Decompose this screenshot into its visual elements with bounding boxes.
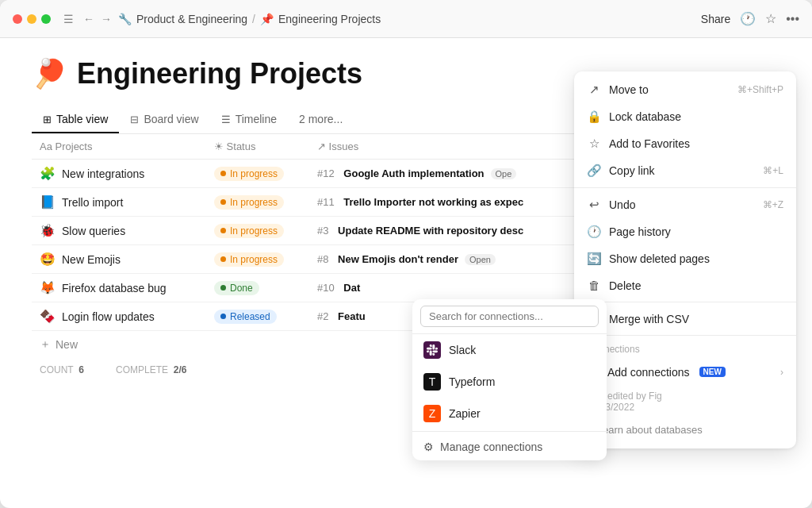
- menu-item-page-history[interactable]: 🕐 Page history: [574, 218, 796, 245]
- project-cell-3: 🤩New Emojis: [32, 245, 206, 274]
- move-to-shortcut: ⌘+Shift+P: [737, 84, 783, 95]
- more-options-icon[interactable]: •••: [786, 12, 799, 26]
- typeform-logo: T: [423, 373, 441, 391]
- issue-title: New Emojis don't render: [338, 253, 458, 265]
- chevron-right-icon: ›: [780, 367, 783, 378]
- slack-connection-item[interactable]: Slack: [412, 334, 607, 366]
- open-badge: Ope: [491, 168, 517, 179]
- copy-link-shortcut: ⌘+L: [763, 165, 783, 176]
- project-emoji: 🐞: [40, 223, 56, 238]
- typeform-connection-item[interactable]: T Typeform: [412, 366, 607, 398]
- project-cell-1: 📘Trello import: [32, 188, 206, 217]
- minimize-button[interactable]: [27, 14, 36, 24]
- project-cell-5: 🍫Login flow updates: [32, 302, 206, 331]
- search-box-wrap: [412, 299, 607, 334]
- fullscreen-button[interactable]: [41, 14, 51, 24]
- trash-icon: 🗑: [587, 279, 601, 292]
- tab-board-view[interactable]: ⊟ Board view: [119, 106, 209, 133]
- table-icon: ⊞: [43, 114, 52, 125]
- breadcrumb-separator: /: [252, 13, 255, 25]
- menu-item-show-deleted-label: Show deleted pages: [609, 252, 710, 265]
- last-edited-date: 08/23/2022: [587, 402, 783, 413]
- tab-board-label: Board view: [144, 113, 198, 125]
- titlebar: ☰ ← → 🔧 Product & Engineering / 📌 Engine…: [0, 0, 812, 38]
- project-name: New Emojis: [62, 253, 121, 266]
- issue-number: #11: [317, 196, 335, 208]
- traffic-lights: [13, 14, 51, 24]
- menu-item-lock-label: Lock database: [609, 110, 681, 123]
- tab-more-label: 2 more...: [299, 113, 343, 125]
- issue-title: Google Auth implementation: [343, 167, 484, 179]
- issue-number: #2: [317, 310, 328, 322]
- menu-item-merge-csv[interactable]: ↓ Merge with CSV: [574, 306, 796, 332]
- manage-connections-button[interactable]: ⚙ Manage connections: [412, 433, 607, 460]
- history-menu-icon: 🕐: [587, 225, 601, 239]
- breadcrumb-parent[interactable]: Product & Engineering: [136, 13, 247, 25]
- star-menu-icon: ☆: [587, 137, 601, 151]
- typeform-label: Typeform: [449, 375, 495, 388]
- menu-item-undo[interactable]: ↩ Undo ⌘+Z: [574, 191, 796, 218]
- connections-divider: [412, 431, 607, 432]
- board-icon: ⊟: [130, 114, 139, 125]
- page-content: 🏓 Engineering Projects ⊞ Table view ⊟ Bo…: [0, 38, 812, 508]
- status-badge: Released: [214, 310, 277, 324]
- col-header-projects: Aa Projects: [32, 134, 206, 160]
- last-edited-by: Last edited by Fig: [587, 391, 783, 402]
- issue-number: #10: [317, 282, 335, 294]
- dropdown-menu: ↗ Move to ⌘+Shift+P 🔒 Lock database ☆ Ad…: [574, 71, 796, 448]
- zapier-connection-item[interactable]: Z Zapier: [412, 398, 607, 429]
- menu-item-favorites[interactable]: ☆ Add to Favorites: [574, 130, 796, 157]
- menu-item-move-to[interactable]: ↗ Move to ⌘+Shift+P: [574, 76, 796, 103]
- issue-title: Featu: [338, 310, 366, 322]
- project-emoji: 🍫: [40, 309, 56, 324]
- tab-timeline[interactable]: ☰ Timeline: [210, 106, 288, 133]
- menu-item-delete-label: Delete: [609, 279, 641, 292]
- share-button[interactable]: Share: [701, 13, 730, 25]
- history-icon[interactable]: 🕐: [740, 11, 756, 26]
- tab-table-view[interactable]: ⊞ Table view: [32, 106, 119, 133]
- project-name: New integrations: [62, 167, 144, 180]
- slack-label: Slack: [449, 344, 476, 356]
- connections-section-label: Connections: [574, 339, 796, 358]
- status-dot: [220, 314, 226, 319]
- status-dot: [220, 171, 226, 176]
- complete-value: 2/6: [174, 364, 187, 375]
- close-button[interactable]: [13, 14, 22, 24]
- timeline-icon: ☰: [221, 114, 231, 125]
- issue-title: Dat: [343, 282, 360, 294]
- back-button[interactable]: ←: [83, 13, 94, 25]
- star-icon[interactable]: ☆: [765, 11, 776, 26]
- menu-item-show-deleted[interactable]: 🔄 Show deleted pages: [574, 245, 796, 272]
- menu-item-favorites-label: Add to Favorites: [609, 137, 690, 150]
- menu-item-delete[interactable]: 🗑 Delete: [574, 272, 796, 298]
- sidebar-toggle-icon[interactable]: ☰: [63, 13, 74, 25]
- status-cell-0: In progress: [206, 160, 309, 188]
- status-cell-4: Done: [206, 274, 309, 302]
- project-cell-2: 🐞Slow queries: [32, 217, 206, 245]
- forward-button[interactable]: →: [101, 13, 112, 25]
- deleted-icon: 🔄: [587, 252, 601, 266]
- page-icon: 🏓: [32, 57, 67, 90]
- slack-logo: [423, 341, 441, 359]
- gear-icon: ⚙: [423, 441, 434, 453]
- status-dot: [220, 256, 226, 262]
- link-icon: 🔗: [587, 164, 601, 178]
- project-emoji: 📘: [40, 194, 56, 210]
- tab-more[interactable]: 2 more...: [288, 106, 354, 133]
- status-badge: In progress: [214, 195, 284, 210]
- add-connections-button[interactable]: ＋ Add connections NEW ›: [574, 358, 796, 386]
- breadcrumb: 🔧 Product & Engineering / 📌 Engineering …: [118, 13, 695, 25]
- new-badge: NEW: [699, 367, 726, 377]
- menu-item-copy-link[interactable]: 🔗 Copy link ⌘+L: [574, 157, 796, 184]
- breadcrumb-current: Engineering Projects: [278, 13, 381, 25]
- menu-divider-1: [574, 187, 796, 188]
- add-connections-label: Add connections: [607, 366, 690, 379]
- learn-databases-button[interactable]: ? Learn about databases: [574, 419, 796, 444]
- status-dot: [220, 285, 226, 291]
- tab-timeline-label: Timeline: [236, 113, 277, 125]
- tab-table-label: Table view: [56, 113, 108, 125]
- search-connections-input[interactable]: [420, 306, 599, 327]
- menu-item-lock[interactable]: 🔒 Lock database: [574, 103, 796, 130]
- project-name: Trello import: [62, 196, 123, 209]
- menu-item-move-to-label: Move to: [609, 83, 649, 96]
